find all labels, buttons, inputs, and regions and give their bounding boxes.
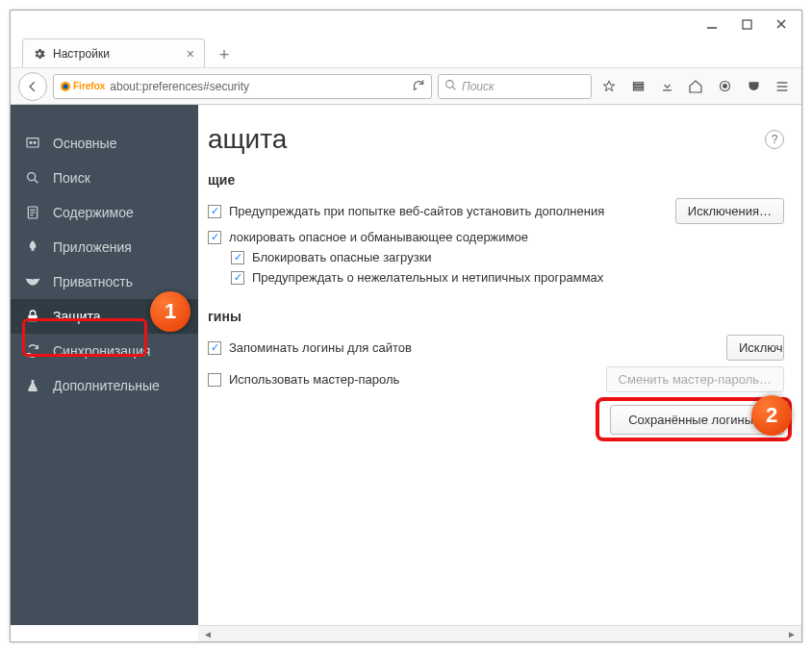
preferences-sidebar: Основные Поиск Содержимое Приложения При… — [11, 105, 198, 625]
mask-icon — [24, 276, 41, 288]
section-general-heading: щие — [208, 172, 784, 188]
tab-settings[interactable]: Настройки × — [22, 38, 205, 67]
minimize-button[interactable] — [705, 18, 719, 30]
exceptions-button[interactable]: Исключения… — [675, 198, 784, 224]
label-block-downloads: Блокировать опасные загрузки — [252, 250, 432, 264]
scroll-left-arrow[interactable]: ◄ — [200, 627, 216, 641]
annotation-badge-1: 1 — [150, 291, 190, 332]
svg-point-6 — [446, 80, 454, 88]
label-block-content: локировать опасное и обманывающее содерж… — [229, 230, 528, 244]
search-placeholder: Поиск — [462, 80, 495, 93]
search-icon — [24, 170, 41, 186]
sidebar-item-label: Синхронизация — [53, 343, 150, 359]
pocket-icon[interactable] — [742, 75, 765, 98]
flask-icon — [24, 378, 41, 393]
library-icon[interactable] — [626, 75, 649, 98]
svg-rect-10 — [633, 88, 643, 90]
sidebar-item-sync[interactable]: Синхронизация — [11, 334, 198, 368]
checkbox-remember-logins[interactable]: ✓ — [208, 341, 221, 355]
sidebar-item-label: Основные — [53, 136, 116, 151]
main-pane: ащита ? щие ✓ Предупреждать при попытке … — [198, 105, 801, 625]
scroll-right-arrow[interactable]: ► — [784, 627, 799, 641]
tab-label: Настройки — [53, 47, 110, 61]
help-icon[interactable]: ? — [765, 130, 784, 149]
shield-icon[interactable] — [713, 75, 736, 98]
annotation-badge-2: 2 — [751, 395, 792, 436]
sidebar-item-label: Содержимое — [53, 205, 134, 220]
sidebar-item-search[interactable]: Поиск — [11, 161, 198, 195]
lock-icon — [24, 309, 41, 324]
svg-rect-8 — [633, 83, 643, 85]
sync-icon — [24, 343, 41, 359]
browser-window: Настройки × + Firefox about:preferences#… — [10, 10, 802, 642]
change-master-button: Сменить мастер-пароль… — [606, 366, 784, 392]
svg-line-7 — [452, 87, 455, 89]
bookmark-star-icon[interactable] — [597, 75, 621, 98]
svg-line-21 — [35, 180, 38, 183]
maximize-button[interactable] — [740, 19, 753, 30]
tab-strip: Настройки × + — [11, 38, 801, 68]
home-icon[interactable] — [684, 75, 707, 98]
label-warn-addons: Предупреждать при попытке веб-сайтов уст… — [229, 204, 604, 218]
horizontal-scrollbar[interactable]: ◄ ► — [198, 625, 801, 641]
close-tab-icon[interactable]: × — [187, 47, 194, 61]
sidebar-item-content[interactable]: Содержимое — [11, 195, 198, 230]
downloads-icon[interactable] — [655, 75, 678, 98]
general-icon — [24, 136, 41, 151]
refresh-icon[interactable] — [412, 78, 425, 94]
label-warn-unwanted: Предупреждать о нежелательных и нетипичн… — [252, 270, 603, 285]
svg-point-5 — [63, 84, 68, 88]
svg-point-18 — [30, 141, 32, 143]
checkbox-warn-addons[interactable]: ✓ — [208, 205, 221, 218]
close-window-button[interactable] — [774, 18, 788, 30]
window-titlebar — [11, 11, 801, 38]
svg-point-19 — [34, 141, 36, 143]
back-button[interactable] — [18, 72, 47, 101]
checkbox-master-password[interactable] — [208, 373, 221, 387]
url-text: about:preferences#security — [110, 80, 249, 93]
checkbox-warn-unwanted[interactable]: ✓ — [231, 271, 244, 285]
search-icon — [444, 79, 457, 94]
sidebar-item-applications[interactable]: Приложения — [11, 230, 198, 264]
gear-icon — [33, 47, 46, 61]
sidebar-item-advanced[interactable]: Дополнительные — [11, 368, 198, 403]
url-bar[interactable]: Firefox about:preferences#security — [53, 74, 432, 99]
svg-point-13 — [723, 85, 726, 88]
firefox-icon: Firefox — [60, 81, 105, 92]
menu-icon[interactable] — [771, 75, 794, 98]
svg-rect-26 — [28, 315, 37, 322]
svg-rect-9 — [633, 86, 643, 88]
content-area: Основные Поиск Содержимое Приложения При… — [11, 105, 801, 625]
label-remember-logins: Запоминать логины для сайтов — [229, 340, 412, 355]
search-bar[interactable]: Поиск — [438, 74, 592, 99]
sidebar-item-label: Поиск — [53, 170, 90, 186]
sidebar-item-label: Дополнительные — [53, 378, 160, 393]
svg-rect-17 — [27, 138, 38, 147]
svg-rect-1 — [743, 20, 751, 29]
sidebar-item-label: Приложения — [53, 239, 132, 255]
page-title: ащита — [208, 124, 287, 155]
svg-rect-11 — [663, 89, 672, 90]
logins-exceptions-button[interactable]: Исключ — [726, 335, 784, 361]
section-logins-heading: гины — [208, 309, 784, 324]
checkbox-block-downloads[interactable]: ✓ — [231, 251, 244, 264]
rocket-icon — [24, 239, 41, 255]
checkbox-block-content[interactable]: ✓ — [208, 231, 221, 244]
sidebar-item-label: Защита — [53, 309, 101, 324]
sidebar-item-label: Приватность — [53, 274, 133, 289]
svg-point-20 — [28, 173, 36, 181]
label-master-password: Использовать мастер-пароль — [229, 372, 399, 387]
new-tab-button[interactable]: + — [211, 42, 238, 67]
sidebar-item-general[interactable]: Основные — [11, 126, 198, 161]
navigation-toolbar: Firefox about:preferences#security Поиск — [11, 68, 801, 105]
document-icon — [24, 205, 41, 220]
